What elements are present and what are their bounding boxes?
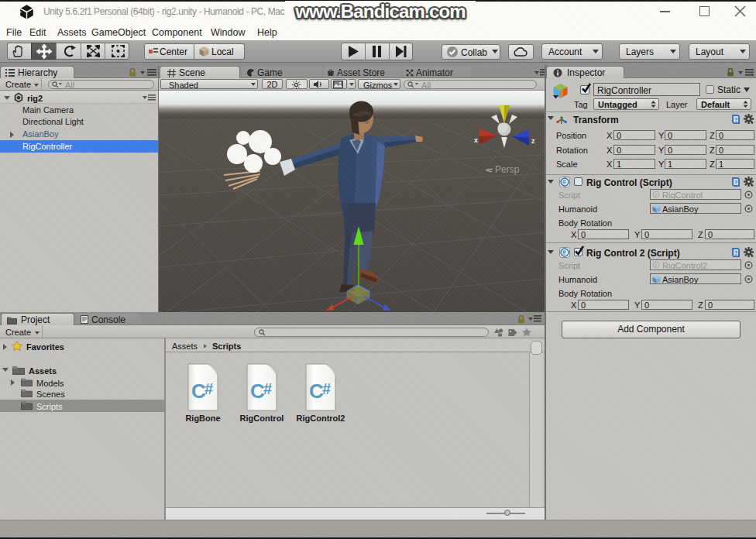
svg-text:#: # (655, 263, 658, 268)
svg-text:#: # (655, 192, 658, 197)
svg-text:#: # (322, 380, 331, 397)
svg-text:?: ? (734, 180, 737, 185)
svg-text:#: # (263, 380, 272, 397)
svg-text:x: x (474, 136, 478, 144)
svg-text:Persp: Persp (495, 164, 520, 175)
svg-text:#: # (204, 380, 213, 397)
svg-text:#: # (562, 178, 566, 186)
svg-text:?: ? (734, 117, 737, 122)
svg-text:?: ? (734, 250, 737, 256)
svg-text:z: z (531, 137, 535, 145)
svg-text:#: # (562, 249, 566, 256)
